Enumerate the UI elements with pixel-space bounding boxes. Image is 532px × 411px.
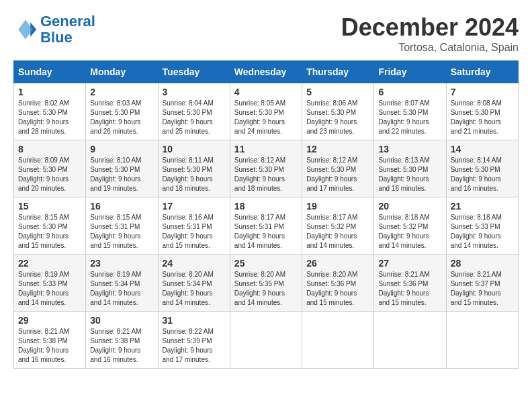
calendar-week-2: 8 Sunrise: 8:09 AM Sunset: 5:30 PM Dayli… [14,140,519,197]
day-number: 30 [90,315,153,326]
day-info: Sunrise: 8:17 AM Sunset: 5:32 PM Dayligh… [306,213,369,250]
day-number: 15 [18,201,81,212]
day-number: 17 [163,201,226,212]
day-number: 1 [18,87,81,97]
day-number: 7 [451,87,514,97]
logo-general: General [40,13,95,30]
day-info: Sunrise: 8:05 AM Sunset: 5:30 PM Dayligh… [234,99,298,136]
logo-text: General Blue [40,13,95,46]
calendar-cell: 14 Sunrise: 8:14 AM Sunset: 5:30 PM Dayl… [446,140,518,197]
day-info: Sunrise: 8:12 AM Sunset: 5:30 PM Dayligh… [306,156,369,193]
calendar-week-4: 22 Sunrise: 8:19 AM Sunset: 5:33 PM Dayl… [14,255,519,312]
day-info: Sunrise: 8:13 AM Sunset: 5:30 PM Dayligh… [378,156,441,193]
day-info: Sunrise: 8:21 AM Sunset: 5:37 PM Dayligh… [451,270,514,308]
day-number: 4 [234,87,298,97]
calendar-cell: 17 Sunrise: 8:16 AM Sunset: 5:31 PM Dayl… [158,197,230,255]
day-info: Sunrise: 8:15 AM Sunset: 5:30 PM Dayligh… [18,213,81,250]
calendar-table: Sunday Monday Tuesday Wednesday Thursday… [13,60,519,369]
header-row: Sunday Monday Tuesday Wednesday Thursday… [14,61,519,83]
title-block: December 2024 Tortosa, Catalonia, Spain [341,13,519,54]
calendar-cell: 22 Sunrise: 8:19 AM Sunset: 5:33 PM Dayl… [14,255,86,312]
day-info: Sunrise: 8:09 AM Sunset: 5:30 PM Dayligh… [18,156,81,193]
calendar-cell: 27 Sunrise: 8:21 AM Sunset: 5:36 PM Dayl… [374,255,446,312]
calendar-cell: 24 Sunrise: 8:20 AM Sunset: 5:34 PM Dayl… [158,255,230,312]
calendar-cell: 21 Sunrise: 8:18 AM Sunset: 5:33 PM Dayl… [446,197,518,255]
calendar-cell: 6 Sunrise: 8:07 AM Sunset: 5:30 PM Dayli… [374,83,446,140]
day-info: Sunrise: 8:03 AM Sunset: 5:30 PM Dayligh… [90,99,153,136]
calendar-cell: 4 Sunrise: 8:05 AM Sunset: 5:30 PM Dayli… [230,83,302,140]
day-number: 3 [163,87,226,97]
day-number: 16 [90,201,153,212]
col-wednesday: Wednesday [230,61,302,83]
day-number: 27 [378,258,441,269]
day-number: 2 [90,87,153,97]
day-info: Sunrise: 8:20 AM Sunset: 5:36 PM Dayligh… [306,270,369,308]
day-info: Sunrise: 8:07 AM Sunset: 5:30 PM Dayligh… [378,99,441,136]
day-number: 12 [306,144,369,154]
day-number: 20 [378,201,441,212]
day-info: Sunrise: 8:14 AM Sunset: 5:30 PM Dayligh… [451,156,514,193]
calendar-cell: 31 Sunrise: 8:22 AM Sunset: 5:39 PM Dayl… [158,312,230,369]
calendar-cell [374,312,446,369]
day-info: Sunrise: 8:20 AM Sunset: 5:35 PM Dayligh… [234,270,298,308]
location-title: Tortosa, Catalonia, Spain [341,42,519,54]
day-info: Sunrise: 8:21 AM Sunset: 5:36 PM Dayligh… [378,270,441,308]
day-info: Sunrise: 8:11 AM Sunset: 5:30 PM Dayligh… [163,156,226,193]
day-number: 11 [234,144,298,154]
day-info: Sunrise: 8:04 AM Sunset: 5:30 PM Dayligh… [163,99,226,136]
day-info: Sunrise: 8:15 AM Sunset: 5:31 PM Dayligh… [90,213,153,250]
calendar-cell: 3 Sunrise: 8:04 AM Sunset: 5:30 PM Dayli… [158,83,230,140]
day-number: 8 [18,144,81,154]
calendar-body: 1 Sunrise: 8:02 AM Sunset: 5:30 PM Dayli… [14,83,519,369]
calendar-cell: 12 Sunrise: 8:12 AM Sunset: 5:30 PM Dayl… [302,140,374,197]
day-number: 28 [451,258,514,269]
day-number: 14 [451,144,514,154]
calendar-cell: 23 Sunrise: 8:19 AM Sunset: 5:34 PM Dayl… [86,255,158,312]
calendar-cell: 15 Sunrise: 8:15 AM Sunset: 5:30 PM Dayl… [14,197,86,255]
calendar-cell: 13 Sunrise: 8:13 AM Sunset: 5:30 PM Dayl… [374,140,446,197]
day-number: 10 [163,144,226,154]
day-info: Sunrise: 8:06 AM Sunset: 5:30 PM Dayligh… [306,99,369,136]
calendar-cell [230,312,302,369]
calendar-cell: 2 Sunrise: 8:03 AM Sunset: 5:30 PM Dayli… [86,83,158,140]
day-info: Sunrise: 8:12 AM Sunset: 5:30 PM Dayligh… [234,156,298,193]
col-thursday: Thursday [302,61,374,83]
day-number: 25 [234,258,298,269]
calendar-cell: 10 Sunrise: 8:11 AM Sunset: 5:30 PM Dayl… [158,140,230,197]
calendar-cell: 16 Sunrise: 8:15 AM Sunset: 5:31 PM Dayl… [86,197,158,255]
day-number: 26 [306,258,369,269]
day-number: 5 [306,87,369,97]
calendar-cell: 11 Sunrise: 8:12 AM Sunset: 5:30 PM Dayl… [230,140,302,197]
calendar-cell: 5 Sunrise: 8:06 AM Sunset: 5:30 PM Dayli… [302,83,374,140]
day-info: Sunrise: 8:17 AM Sunset: 5:31 PM Dayligh… [234,213,298,250]
calendar-cell: 25 Sunrise: 8:20 AM Sunset: 5:35 PM Dayl… [230,255,302,312]
calendar-week-1: 1 Sunrise: 8:02 AM Sunset: 5:30 PM Dayli… [14,83,519,140]
month-title: December 2024 [341,13,519,42]
day-info: Sunrise: 8:18 AM Sunset: 5:32 PM Dayligh… [378,213,441,250]
day-number: 18 [234,201,298,212]
calendar-cell: 28 Sunrise: 8:21 AM Sunset: 5:37 PM Dayl… [446,255,518,312]
day-number: 23 [90,258,153,269]
calendar-week-5: 29 Sunrise: 8:21 AM Sunset: 5:38 PM Dayl… [14,312,519,369]
calendar-cell: 26 Sunrise: 8:20 AM Sunset: 5:36 PM Dayl… [302,255,374,312]
logo-blue: Blue [40,29,73,46]
day-number: 24 [163,258,226,269]
calendar-cell: 19 Sunrise: 8:17 AM Sunset: 5:32 PM Dayl… [302,197,374,255]
calendar-cell: 1 Sunrise: 8:02 AM Sunset: 5:30 PM Dayli… [14,83,86,140]
day-info: Sunrise: 8:18 AM Sunset: 5:33 PM Dayligh… [451,213,514,250]
day-info: Sunrise: 8:02 AM Sunset: 5:30 PM Dayligh… [18,99,81,136]
col-saturday: Saturday [446,61,518,83]
calendar-cell: 29 Sunrise: 8:21 AM Sunset: 5:38 PM Dayl… [14,312,86,369]
day-info: Sunrise: 8:19 AM Sunset: 5:33 PM Dayligh… [18,270,81,308]
page-header: General Blue December 2024 Tortosa, Cata… [13,13,519,54]
calendar-cell: 18 Sunrise: 8:17 AM Sunset: 5:31 PM Dayl… [230,197,302,255]
day-number: 9 [90,144,153,154]
day-number: 21 [451,201,514,212]
day-info: Sunrise: 8:19 AM Sunset: 5:34 PM Dayligh… [90,270,153,308]
calendar-week-3: 15 Sunrise: 8:15 AM Sunset: 5:30 PM Dayl… [14,197,519,255]
col-friday: Friday [374,61,446,83]
day-info: Sunrise: 8:21 AM Sunset: 5:38 PM Dayligh… [90,327,153,365]
day-number: 13 [378,144,441,154]
col-monday: Monday [86,61,158,83]
calendar-cell: 8 Sunrise: 8:09 AM Sunset: 5:30 PM Dayli… [14,140,86,197]
